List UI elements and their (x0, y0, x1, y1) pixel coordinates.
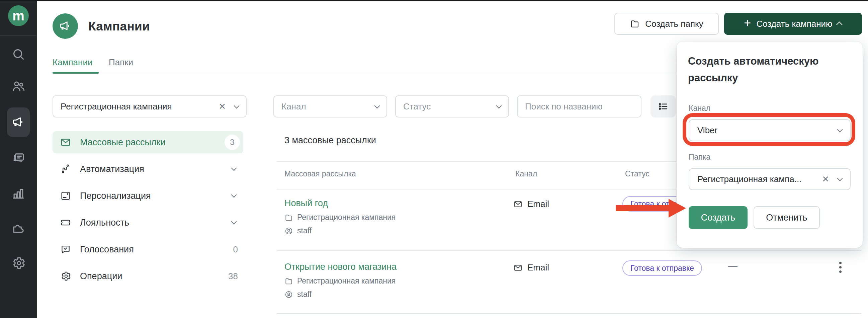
channel-filter-placeholder: Канал (281, 102, 375, 112)
row-folder-label: Регистрационная кампания (297, 213, 396, 222)
email-icon (513, 263, 523, 272)
tab-campaigns[interactable]: Кампании (53, 57, 92, 68)
person-icon (284, 227, 293, 235)
row-divider (277, 250, 861, 251)
nav-item-count: 0 (233, 244, 238, 255)
empty-value-dash: — (728, 260, 738, 271)
chevron-down-icon (231, 165, 237, 171)
sidebar-item-contacts[interactable] (0, 76, 37, 97)
popup-create-button[interactable]: Создать (689, 206, 747, 229)
personalization-card-icon (60, 190, 71, 202)
column-header-channel: Канал (515, 169, 537, 178)
chevron-down-icon (231, 192, 237, 198)
status-badge: Готова к отправке (622, 260, 702, 276)
row-owner-label: staff (297, 290, 312, 299)
popup-channel-label: Канал (689, 104, 710, 113)
nav-item-label: Персонализация (80, 191, 232, 201)
settings-gear-icon (11, 256, 26, 270)
create-folder-label: Создать папку (645, 19, 703, 29)
popup-cancel-button[interactable]: Отменить (753, 206, 820, 229)
popup-folder-select[interactable]: Регистрационная кампа... ✕ (689, 168, 850, 190)
person-icon (284, 290, 293, 299)
row-owner: staff (284, 290, 312, 299)
list-view-button[interactable] (651, 95, 676, 117)
results-summary: 3 массовые рассылки (284, 135, 376, 146)
popup-folder-label: Папка (689, 153, 710, 162)
list-icon (657, 101, 669, 112)
sidebar-item-analytics[interactable] (0, 183, 37, 204)
analytics-chart-icon (11, 186, 26, 201)
create-automation-popup: Создать автоматическую рассылку Канал Vi… (677, 41, 863, 248)
nav-item-loyalty[interactable]: Лояльность (53, 211, 243, 234)
popup-folder-value: Регистрационная кампа... (698, 174, 822, 184)
nav-item-label: Лояльность (80, 218, 232, 228)
sidebar-item-content[interactable] (0, 147, 37, 168)
email-icon (513, 200, 523, 209)
create-folder-button[interactable]: Создать папку (614, 13, 719, 35)
nav-item-mass-mailings[interactable]: Массовые рассылки 3 (53, 131, 243, 153)
row-folder: Регистрационная кампания (284, 213, 396, 222)
sidebar-item-integrations[interactable] (0, 217, 37, 238)
plus-icon: + (744, 17, 751, 29)
operations-gear-icon (60, 270, 71, 282)
contacts-icon (11, 79, 26, 94)
folder-filter-value: Регистрационная кампания (61, 102, 218, 112)
tab-folders[interactable]: Папки (109, 57, 133, 68)
annotation-arrow-icon (669, 199, 686, 218)
sidebar-item-settings[interactable] (0, 252, 37, 274)
search-input[interactable] (525, 102, 633, 112)
status-filter-select[interactable]: Статус (395, 95, 509, 117)
nav-item-label: Массовые рассылки (80, 137, 224, 148)
chevron-down-icon (374, 103, 380, 109)
sidebar: m (0, 0, 37, 318)
nav-item-label: Автоматизация (80, 164, 232, 174)
sidebar-divider (0, 35, 37, 36)
sidebar-item-search[interactable] (0, 44, 37, 65)
row-owner: staff (284, 226, 312, 235)
nav-item-label: Операции (80, 271, 228, 282)
app-window: m Кампании Создать папку + (0, 0, 868, 318)
clear-selection-icon[interactable]: ✕ (822, 174, 829, 184)
page-icon-circle (53, 13, 78, 39)
nav-item-operations[interactable]: Операции 38 (53, 265, 243, 287)
campaigns-megaphone-icon (11, 115, 26, 129)
create-campaign-button[interactable]: + Создать кампанию (724, 13, 862, 35)
row-folder-label: Регистрационная кампания (297, 277, 396, 286)
automation-route-icon (60, 163, 71, 175)
nav-item-personalization[interactable]: Персонализация (53, 185, 243, 207)
column-header-status: Статус (625, 169, 650, 178)
row-channel: Email (513, 262, 549, 273)
content-cards-icon (11, 150, 26, 165)
search-icon (11, 47, 26, 62)
channel-filter-select[interactable]: Канал (273, 95, 387, 117)
row-owner-label: staff (297, 226, 312, 235)
nav-item-automation[interactable]: Автоматизация (53, 158, 243, 180)
folder-icon (284, 213, 293, 222)
brand-logo[interactable]: m (8, 5, 29, 26)
table-bottom-border (277, 313, 861, 314)
integrations-puzzle-icon (11, 220, 26, 235)
chevron-down-icon (837, 176, 843, 181)
loyalty-ticket-icon (60, 217, 71, 228)
row-folder: Регистрационная кампания (284, 277, 396, 286)
column-header-mailing: Массовая рассылка (284, 169, 356, 178)
chevron-down-icon (837, 127, 843, 133)
nav-item-label: Голосования (80, 244, 233, 255)
row-menu-button[interactable] (839, 262, 842, 273)
votes-icon (60, 244, 71, 255)
row-title-link[interactable]: Открытие нового магазина (284, 262, 397, 272)
search-field-wrap (517, 95, 642, 117)
nav-item-count: 38 (228, 271, 238, 282)
folder-filter-select[interactable]: Регистрационная кампания ✕ (53, 95, 247, 117)
folder-icon (284, 277, 293, 286)
sidebar-item-campaigns[interactable] (0, 112, 37, 133)
annotation-arrow-shaft (616, 205, 669, 211)
clear-filter-icon[interactable]: ✕ (218, 102, 226, 112)
row-channel-label: Email (527, 262, 549, 273)
folder-icon (630, 19, 640, 29)
active-tab-indicator (53, 72, 99, 74)
row-title-link[interactable]: Новый год (284, 198, 328, 208)
popup-channel-select[interactable]: Viber (689, 119, 850, 141)
nav-item-votes[interactable]: Голосования 0 (53, 238, 243, 260)
envelope-icon (60, 137, 71, 148)
